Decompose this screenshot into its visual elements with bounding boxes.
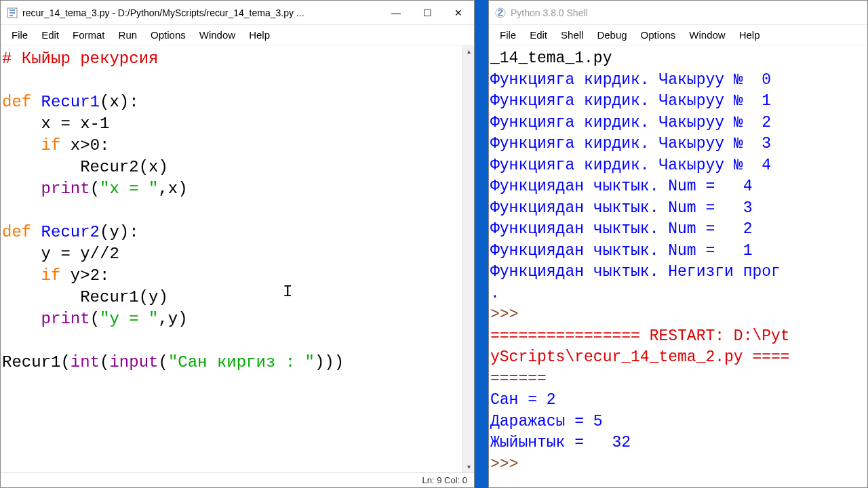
- tok: (: [100, 353, 109, 371]
- editor-window: recur_14_tema_3.py - D:/Python/MyScripts…: [0, 0, 475, 488]
- menu-help[interactable]: Help: [732, 26, 767, 43]
- out: Функцияга кирдик. Чакыруу №: [490, 71, 762, 89]
- tok: "y = ": [100, 310, 158, 328]
- menu-debug[interactable]: Debug: [590, 26, 633, 43]
- shell-title-text: Python 3.8.0 Shell: [511, 7, 867, 18]
- maximize-button[interactable]: ☐: [412, 1, 443, 25]
- tok: (: [90, 180, 100, 198]
- out: Функциядан чыктык. Num =: [490, 199, 743, 217]
- out: _14_tema_1.py: [490, 49, 612, 67]
- tok: [2, 180, 41, 198]
- out: Функцияга кирдик. Чакыруу №: [490, 135, 762, 152]
- out: Функцияга кирдик. Чакыруу №: [490, 114, 762, 131]
- tok: Recur2(x): [2, 158, 168, 176]
- editor-scrollbar[interactable]: ▴ ▾: [462, 45, 474, 472]
- code-comment: # Кыйыр рекурсия: [2, 49, 158, 68]
- out: 1: [743, 242, 753, 260]
- out: Даражасы = 5: [490, 413, 603, 430]
- tok: ,y): [158, 310, 187, 328]
- out: 3: [743, 199, 753, 217]
- menu-file[interactable]: File: [5, 26, 35, 43]
- scroll-up-icon[interactable]: ▴: [463, 45, 474, 57]
- menu-shell[interactable]: Shell: [554, 26, 590, 43]
- out: Жыйынтык = 32: [490, 434, 631, 451]
- minimize-button[interactable]: —: [380, 1, 412, 25]
- editor-title-text: recur_14_tema_3.py - D:/Python/MyScripts…: [22, 7, 380, 18]
- out: Функцияга кирдик. Чакыруу №: [490, 157, 762, 174]
- tok: y>2:: [71, 266, 110, 285]
- tok: ))): [315, 353, 344, 371]
- editor-title-bar[interactable]: recur_14_tema_3.py - D:/Python/MyScripts…: [1, 1, 474, 25]
- tok: input: [109, 353, 158, 371]
- tok: Recur2: [41, 223, 100, 241]
- shell-output[interactable]: _14_tema_1.py Функцияга кирдик. Чакыруу …: [489, 45, 867, 487]
- tok: x = x-1: [2, 115, 109, 133]
- shell-menu-bar: File Edit Shell Debug Options Window Hel…: [489, 25, 867, 45]
- editor-menu-bar: File Edit Format Run Options Window Help: [1, 25, 474, 45]
- menu-format[interactable]: Format: [66, 26, 112, 43]
- prompt: >>>: [490, 306, 528, 323]
- menu-window[interactable]: Window: [682, 26, 732, 43]
- tok: int: [71, 353, 100, 371]
- out: 0: [762, 71, 771, 89]
- cursor-position: Ln: 9 Col: 0: [422, 475, 468, 485]
- out: Функцияга кирдик. Чакыруу №: [490, 92, 762, 110]
- shell-title-bar[interactable]: Python 3.8.0 Shell: [489, 1, 867, 25]
- tok: if: [2, 136, 71, 155]
- menu-edit[interactable]: Edit: [523, 26, 554, 43]
- code-editor[interactable]: # Кыйыр рекурсия def Recur1(x): x = x-1 …: [1, 45, 462, 472]
- tok: ,x): [158, 180, 187, 198]
- prompt: >>>: [490, 455, 528, 473]
- close-button[interactable]: ✕: [443, 1, 474, 25]
- tok: x>0:: [71, 136, 110, 155]
- tok: "Сан киргиз : ": [168, 353, 315, 371]
- menu-file[interactable]: File: [493, 26, 523, 43]
- python-shell-icon: [494, 7, 507, 19]
- window-controls: — ☐ ✕: [380, 1, 474, 25]
- tok: def: [2, 93, 41, 111]
- window-gap: [475, 0, 488, 488]
- menu-window[interactable]: Window: [193, 26, 242, 43]
- scroll-down-icon[interactable]: ▾: [463, 461, 474, 472]
- out: Функциядан чыктык. Num =: [490, 178, 743, 195]
- out: 2: [743, 220, 753, 238]
- tok: (: [158, 353, 167, 371]
- tok: "x = ": [100, 180, 158, 198]
- out: ================ RESTART: D:\Pyt: [490, 327, 790, 345]
- tok: (: [90, 310, 100, 328]
- out: Функциядан чыктык. Num =: [490, 242, 743, 260]
- out: 3: [762, 135, 771, 152]
- editor-status-bar: Ln: 9 Col: 0: [1, 472, 474, 487]
- menu-edit[interactable]: Edit: [35, 26, 66, 43]
- tok: y = y//2: [2, 245, 119, 263]
- out: ======: [490, 370, 547, 388]
- tok: def: [2, 223, 41, 241]
- out: 2: [762, 114, 771, 131]
- menu-run[interactable]: Run: [112, 26, 144, 43]
- out: Функциядан чыктык. Num =: [490, 220, 743, 238]
- menu-help[interactable]: Help: [242, 26, 277, 43]
- tok: Recur1(: [2, 353, 71, 371]
- out: yScripts\recur_14_tema_2.py ====: [490, 348, 790, 366]
- tok: if: [2, 266, 71, 285]
- tok: Recur1(y): [2, 288, 168, 306]
- out: Функциядан чыктык. Негизги прог: [490, 263, 781, 281]
- editor-area: # Кыйыр рекурсия def Recur1(x): x = x-1 …: [1, 45, 474, 472]
- out: 4: [762, 157, 771, 174]
- menu-options[interactable]: Options: [634, 26, 683, 43]
- python-file-icon: [6, 7, 18, 19]
- shell-area: _14_tema_1.py Функцияга кирдик. Чакыруу …: [489, 45, 867, 487]
- tok: [2, 310, 41, 328]
- tok: print: [41, 180, 90, 198]
- shell-window: Python 3.8.0 Shell File Edit Shell Debug…: [488, 0, 868, 488]
- out: 4: [743, 178, 753, 195]
- out: 1: [762, 92, 771, 110]
- out: .: [490, 285, 500, 302]
- tok: print: [41, 310, 90, 328]
- menu-options[interactable]: Options: [144, 26, 193, 43]
- tok: (y):: [100, 223, 139, 241]
- out: Сан = 2: [490, 391, 556, 409]
- tok: (x):: [100, 93, 139, 111]
- tok: Recur1: [41, 93, 100, 111]
